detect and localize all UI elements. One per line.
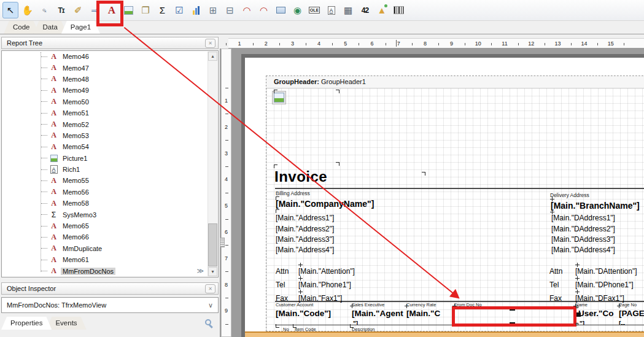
sum-object-icon[interactable]: Σ bbox=[155, 2, 171, 18]
tree-item-Memo53[interactable]: AMemo53 bbox=[2, 130, 218, 141]
billing-address-label[interactable]: Billing Address bbox=[276, 190, 310, 196]
table-header-label[interactable]: Page No bbox=[619, 302, 637, 308]
scrollbar-thumb[interactable] bbox=[208, 223, 217, 266]
scroll-up-icon[interactable]: ▴ bbox=[208, 52, 217, 61]
gauge-object-icon[interactable]: ◠ bbox=[239, 2, 255, 18]
table-value-memo[interactable]: [Main."Agent bbox=[352, 309, 403, 318]
billing-contact-memo[interactable]: [Main."Phone1"] bbox=[298, 281, 351, 289]
splitter-grip[interactable] bbox=[220, 238, 225, 247]
selection-handle[interactable] bbox=[510, 309, 515, 311]
delivery-contact-memo[interactable]: [Main."DPhone1"] bbox=[575, 281, 634, 289]
tree-item-Memo66[interactable]: AMemo66 bbox=[2, 231, 218, 242]
selection-handle[interactable] bbox=[510, 322, 515, 323]
tree-item-Memo55[interactable]: AMemo55 bbox=[2, 175, 218, 186]
tree-item-Picture1[interactable]: Picture1 bbox=[2, 153, 218, 164]
delivery-address-label[interactable]: Delivery Address bbox=[550, 192, 589, 198]
delivery-address-memo[interactable]: [Main."DAddress1"] bbox=[551, 214, 615, 222]
tree-item-MmDuplicate[interactable]: AMmDuplicate bbox=[2, 243, 218, 254]
delivery-contact-label[interactable]: Fax bbox=[549, 294, 562, 303]
hand-tool-icon[interactable]: ✋ bbox=[20, 2, 36, 18]
table-value-memo[interactable]: [Main."Code"] bbox=[276, 309, 331, 318]
inspector-tab-events[interactable]: Events bbox=[46, 317, 86, 330]
tree-item-SysMemo3[interactable]: ΣSysMemo3 bbox=[2, 209, 218, 220]
tree-item-Memo50[interactable]: AMemo50 bbox=[2, 96, 218, 107]
subreport-object-icon[interactable]: ❐ bbox=[138, 2, 153, 18]
billing-address-memo[interactable]: [Main."Address4"] bbox=[276, 246, 334, 254]
tab-page1[interactable]: Page1 bbox=[61, 21, 100, 34]
table-object-icon[interactable]: ▦ bbox=[340, 2, 356, 18]
tree-item-Memo46[interactable]: AMemo46 bbox=[2, 51, 218, 62]
gauge2-object-icon[interactable]: ◠ bbox=[256, 2, 272, 18]
tree-item-Memo61[interactable]: AMemo61 bbox=[2, 254, 218, 265]
billing-contact-label[interactable]: Tel bbox=[276, 281, 285, 289]
ole-object-icon[interactable]: OLE bbox=[306, 2, 322, 18]
tree-item-MmFromDocNos[interactable]: AMmFromDocNos bbox=[2, 265, 218, 276]
crosstab42-object-icon[interactable]: 42 bbox=[357, 2, 373, 18]
billing-contact-memo[interactable]: [Main."Fax1"] bbox=[298, 294, 342, 303]
tree-item-Memo52[interactable]: AMemo52 bbox=[2, 118, 218, 130]
close-icon[interactable]: ✕ bbox=[205, 284, 215, 293]
insert-band-icon[interactable]: ⇒ bbox=[87, 2, 103, 18]
shape-object-icon[interactable] bbox=[273, 2, 289, 18]
grid-object-icon[interactable]: ⊞ bbox=[205, 2, 221, 18]
text-cursor-tool-icon[interactable]: Tɪ bbox=[53, 2, 69, 18]
object-selector-dropdown[interactable]: MmFromDocNos: TfrxMemoView ∨ bbox=[1, 297, 219, 313]
tab-code[interactable]: Code bbox=[4, 21, 39, 34]
tree-item-Memo47[interactable]: AMemo47 bbox=[2, 62, 218, 73]
table-header-label[interactable]: Customer Account bbox=[276, 302, 313, 308]
tree-scrollbar[interactable]: ▴ ▾ bbox=[208, 52, 217, 276]
delivery-contact-memo[interactable]: [Main."DFax1"] bbox=[575, 294, 624, 303]
item-header-label[interactable]: Description bbox=[352, 327, 375, 332]
tree-item-Memo51[interactable]: AMemo51 bbox=[2, 107, 218, 118]
delivery-address-memo[interactable]: [Main."DAddress4"] bbox=[551, 246, 615, 254]
next-band-strip[interactable] bbox=[245, 331, 644, 337]
select-tool-icon[interactable]: ↖ bbox=[2, 2, 18, 18]
tree-item-Memo65[interactable]: AMemo65 bbox=[2, 220, 218, 231]
billing-contact-memo[interactable]: [Main."Attention"] bbox=[298, 267, 355, 276]
table-value-memo[interactable]: [PAGE bbox=[619, 309, 644, 318]
tree-item-Memo49[interactable]: AMemo49 bbox=[2, 85, 218, 96]
billing-company-memo[interactable]: [Main."CompanyName"] bbox=[276, 199, 374, 209]
scroll-down-icon[interactable]: ▾ bbox=[208, 267, 217, 276]
search-icon[interactable] bbox=[205, 319, 211, 325]
table-header-label[interactable]: Currency Rate bbox=[406, 302, 436, 308]
selection-handle[interactable] bbox=[576, 323, 578, 325]
inspector-tab-properties[interactable]: Properties bbox=[1, 317, 52, 330]
delivery-contact-label[interactable]: Tel bbox=[549, 281, 559, 289]
checkbox-object-icon[interactable]: ☑ bbox=[171, 2, 187, 18]
table-value-memo[interactable]: User."Co bbox=[578, 309, 613, 318]
close-icon[interactable]: ✕ bbox=[205, 39, 215, 48]
format-brush-icon[interactable]: ✐ bbox=[70, 2, 86, 18]
tab-data[interactable]: Data bbox=[34, 21, 67, 34]
tree-item-Memo48[interactable]: AMemo48 bbox=[2, 74, 218, 85]
table-header-label[interactable]: From Doc No bbox=[454, 302, 482, 308]
tree-item-Rich1[interactable]: ARich1 bbox=[2, 164, 218, 175]
billing-contact-label[interactable]: Fax bbox=[276, 294, 288, 303]
richtext-object-icon[interactable]: A bbox=[324, 2, 339, 18]
pointchart-object-icon[interactable]: ▲ bbox=[374, 2, 390, 18]
tree-item-Memo56[interactable]: AMemo56 bbox=[2, 187, 218, 198]
selection-handle[interactable] bbox=[576, 312, 581, 317]
item-header-label[interactable]: No bbox=[283, 327, 289, 332]
delivery-address-memo[interactable]: [Main."DAddress2"] bbox=[551, 225, 615, 233]
selection-handle[interactable] bbox=[576, 306, 578, 308]
table-header-label[interactable]: Sales Executive bbox=[352, 302, 384, 308]
tree-item-Memo58[interactable]: AMemo58 bbox=[2, 198, 218, 209]
delivery-company-memo[interactable]: [Main."BranchName"] bbox=[551, 201, 640, 211]
item-header-label[interactable]: Item Code bbox=[295, 327, 316, 332]
billing-contact-label[interactable]: Attn bbox=[276, 267, 289, 276]
barcode-object-icon[interactable] bbox=[391, 2, 407, 18]
text-object-icon[interactable]: A bbox=[104, 2, 120, 18]
billing-address-memo[interactable]: [Main."Address3"] bbox=[276, 235, 334, 244]
tree-item-Memo54[interactable]: AMemo54 bbox=[2, 141, 218, 152]
invoice-title-memo[interactable]: Invoice bbox=[274, 168, 327, 185]
billing-address-memo[interactable]: [Main."Address2"] bbox=[276, 225, 334, 233]
picture-placeholder[interactable] bbox=[274, 93, 284, 103]
table-value-memo[interactable]: [Main."C bbox=[406, 309, 440, 318]
delivery-contact-memo[interactable]: [Main."DAttention"] bbox=[575, 267, 637, 276]
crosstab-grid-icon[interactable]: ⊟ bbox=[222, 2, 238, 18]
map-object-icon[interactable]: ◉ bbox=[290, 2, 306, 18]
delivery-contact-label[interactable]: Attn bbox=[549, 267, 562, 276]
delivery-address-memo[interactable]: [Main."DAddress3"] bbox=[551, 235, 615, 244]
picture-object-icon[interactable] bbox=[121, 2, 137, 18]
